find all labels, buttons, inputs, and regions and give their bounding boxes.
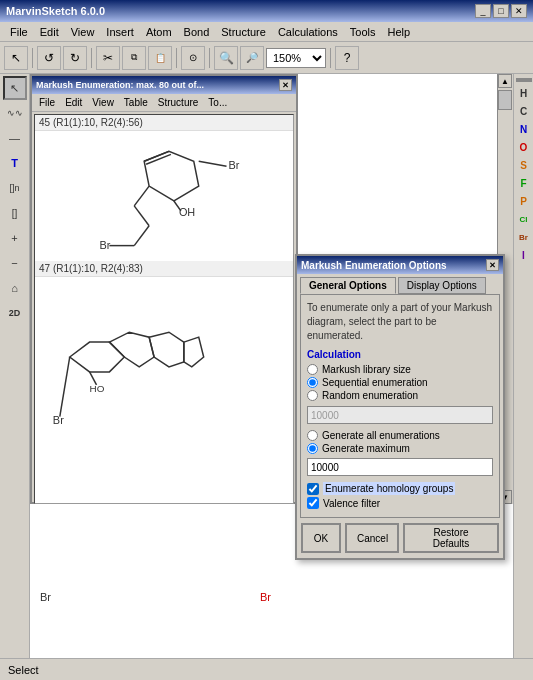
restore-defaults-button[interactable]: Restore Defaults — [403, 523, 499, 553]
undo-button[interactable]: ↺ — [37, 46, 61, 70]
main-area: ↖ ∿∿ — T []n [] + − ⌂ 2D Halogen OH Carb… — [0, 74, 533, 658]
right-element-panel: H C N O S F P Cl Br I — [513, 74, 533, 658]
cut-button[interactable]: ✂ — [96, 46, 120, 70]
tab-display-options[interactable]: Display Options — [398, 277, 486, 294]
paste-button[interactable]: 📋 — [148, 46, 172, 70]
select-tool[interactable]: ↖ — [3, 76, 27, 100]
inner-title-bar: Markush Enumeration: max. 80 out of... ✕ — [32, 76, 296, 94]
molecule-list[interactable]: 45 (R1(1):10, R2(4):56) — [34, 114, 294, 504]
menu-bond[interactable]: Bond — [178, 25, 216, 39]
bond-tool[interactable]: — — [3, 126, 27, 150]
menu-tools[interactable]: Tools — [344, 25, 382, 39]
template-tool[interactable]: ⌂ — [3, 276, 27, 300]
dialog-title-bar: Markush Enumeration Options ✕ — [297, 256, 503, 274]
inner-menu-structure[interactable]: Structure — [153, 96, 204, 109]
radio-sequential-label: Sequential enumeration — [322, 377, 428, 388]
status-bar: Select — [0, 658, 533, 680]
checkbox-homology: Enumerate homology groups — [307, 482, 493, 495]
zoom-in-button[interactable]: 🔍 — [214, 46, 238, 70]
menu-file[interactable]: File — [4, 25, 34, 39]
molecule-47-svg: HO Br — [35, 277, 293, 437]
freehand-tool[interactable]: ∿∿ — [3, 101, 27, 125]
radio-generate-max-input[interactable] — [307, 443, 318, 454]
lasso-button[interactable]: ⊙ — [181, 46, 205, 70]
dialog-buttons: OK Cancel Restore Defaults — [297, 518, 503, 558]
remove-tool[interactable]: − — [3, 251, 27, 275]
molecule-47-label: 47 (R1(1):10, R2(4):83) — [39, 263, 143, 274]
disabled-value-input[interactable] — [307, 406, 493, 424]
max-value-input[interactable] — [307, 458, 493, 476]
inner-menu-view[interactable]: View — [87, 96, 119, 109]
minimize-button[interactable]: _ — [475, 4, 491, 18]
bracket-tool[interactable]: [] — [3, 201, 27, 225]
element-Br[interactable]: Br — [516, 230, 532, 246]
element-O[interactable]: O — [516, 140, 532, 156]
checkbox-homology-input[interactable] — [307, 483, 319, 495]
svg-line-8 — [134, 186, 149, 206]
svg-text:Br: Br — [53, 414, 64, 426]
svg-text:Br: Br — [100, 239, 111, 251]
status-text: Select — [8, 664, 39, 676]
menu-view[interactable]: View — [65, 25, 101, 39]
inner-menu-edit[interactable]: Edit — [60, 96, 87, 109]
close-button[interactable]: ✕ — [511, 4, 527, 18]
calculation-label: Calculation — [307, 349, 493, 360]
element-N[interactable]: N — [516, 122, 532, 138]
inner-menu-to[interactable]: To... — [203, 96, 232, 109]
br-label-2: Br — [260, 591, 271, 603]
element-I[interactable]: I — [516, 248, 532, 264]
element-C[interactable]: C — [516, 104, 532, 120]
add-tool[interactable]: + — [3, 226, 27, 250]
cancel-button[interactable]: Cancel — [345, 523, 399, 553]
checkbox-valence-input[interactable] — [307, 497, 319, 509]
zoom-out-button[interactable]: 🔎 — [240, 46, 264, 70]
element-F[interactable]: F — [516, 176, 532, 192]
radio-library-size-input[interactable] — [307, 364, 318, 375]
toolbar: ↖ ↺ ↻ ✂ ⧉ 📋 ⊙ 🔍 🔎 150% 100% 200% ? — [0, 42, 533, 74]
element-S[interactable]: S — [516, 158, 532, 174]
maximize-button[interactable]: □ — [493, 4, 509, 18]
element-P[interactable]: P — [516, 194, 532, 210]
select-tool-button[interactable]: ↖ — [4, 46, 28, 70]
menu-calculations[interactable]: Calculations — [272, 25, 344, 39]
chain-tool[interactable]: []n — [3, 176, 27, 200]
help-button[interactable]: ? — [335, 46, 359, 70]
svg-line-24 — [60, 357, 70, 417]
inner-menu-table[interactable]: Table — [119, 96, 153, 109]
inner-window: Markush Enumeration: max. 80 out of... ✕… — [30, 74, 298, 504]
radio-library-size-label: Markush library size — [322, 364, 411, 375]
text-tool[interactable]: T — [3, 151, 27, 175]
radio-sequential-input[interactable] — [307, 377, 318, 388]
dialog-close-button[interactable]: ✕ — [486, 259, 499, 271]
dialog-tabs: General Options Display Options — [297, 274, 503, 294]
molecule-45-label: 45 (R1(1):10, R2(4):56) — [39, 117, 143, 128]
radio-all-enumerations-input[interactable] — [307, 430, 318, 441]
ok-button[interactable]: OK — [301, 523, 341, 553]
menu-atom[interactable]: Atom — [140, 25, 178, 39]
checkbox-homology-label: Enumerate homology groups — [323, 482, 455, 495]
toolbar-sep-1 — [32, 48, 33, 68]
inner-menu-file[interactable]: File — [34, 96, 60, 109]
menu-edit[interactable]: Edit — [34, 25, 65, 39]
svg-marker-20 — [184, 337, 204, 367]
menu-help[interactable]: Help — [382, 25, 417, 39]
radio-group: Markush library size Sequential enumerat… — [307, 364, 493, 401]
svg-text:HO: HO — [90, 383, 105, 394]
redo-button[interactable]: ↻ — [63, 46, 87, 70]
inner-close-button[interactable]: ✕ — [279, 79, 292, 91]
menu-structure[interactable]: Structure — [215, 25, 272, 39]
svg-marker-17 — [70, 342, 125, 372]
element-Cl[interactable]: Cl — [516, 212, 532, 228]
title-bar: MarvinSketch 6.0.0 _ □ ✕ — [0, 0, 533, 22]
zoom-select[interactable]: 150% 100% 200% — [266, 48, 326, 68]
menu-insert[interactable]: Insert — [100, 25, 140, 39]
molecule-47-header: 47 (R1(1):10, R2(4):83) — [35, 261, 293, 277]
copy-button[interactable]: ⧉ — [122, 46, 146, 70]
radio-random-input[interactable] — [307, 390, 318, 401]
2d-tool[interactable]: 2D — [3, 301, 27, 325]
window-controls: _ □ ✕ — [475, 4, 527, 18]
tab-general-options[interactable]: General Options — [300, 277, 396, 294]
scroll-thumb[interactable] — [498, 90, 512, 110]
element-H[interactable]: H — [516, 86, 532, 102]
scroll-up-arrow[interactable]: ▲ — [498, 74, 512, 88]
